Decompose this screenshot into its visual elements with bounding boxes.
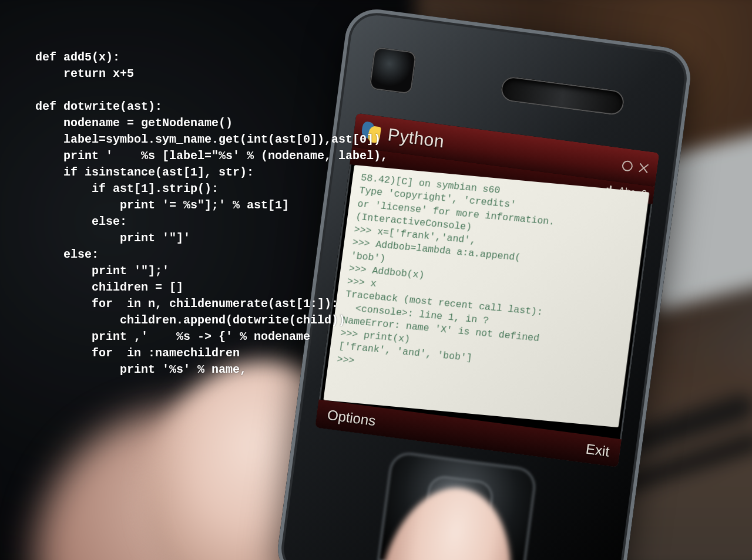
close-icon[interactable] <box>638 162 650 174</box>
python-icon <box>358 120 384 145</box>
phone-screen: Python Abc 0 58.42)[C] on symbian s60 Ty… <box>315 113 659 467</box>
softkey-left[interactable]: Options <box>326 407 377 430</box>
camera-lens <box>369 47 417 95</box>
python-console[interactable]: 58.42)[C] on symbian s60 Type 'copyright… <box>323 165 649 427</box>
clock-icon <box>622 160 633 172</box>
earpiece-speaker <box>500 76 626 116</box>
app-title: Python <box>387 124 445 151</box>
softkey-right[interactable]: Exit <box>585 441 610 460</box>
